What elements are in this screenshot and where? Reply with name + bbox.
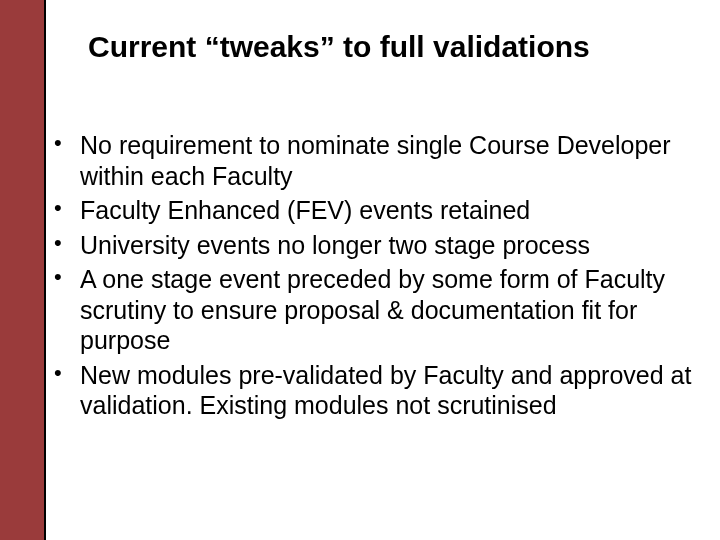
slide: Current “tweaks” to full validations No … bbox=[0, 0, 720, 540]
bullet-item: A one stage event preceded by some form … bbox=[46, 264, 696, 356]
bullet-list: No requirement to nominate single Course… bbox=[46, 130, 696, 421]
slide-title: Current “tweaks” to full validations bbox=[88, 30, 668, 64]
bullet-item: University events no longer two stage pr… bbox=[46, 230, 696, 261]
bullet-item: Faculty Enhanced (FEV) events retained bbox=[46, 195, 696, 226]
accent-sidebar bbox=[0, 0, 46, 540]
slide-body: No requirement to nominate single Course… bbox=[46, 130, 696, 425]
bullet-item: New modules pre-validated by Faculty and… bbox=[46, 360, 696, 421]
bullet-item: No requirement to nominate single Course… bbox=[46, 130, 696, 191]
